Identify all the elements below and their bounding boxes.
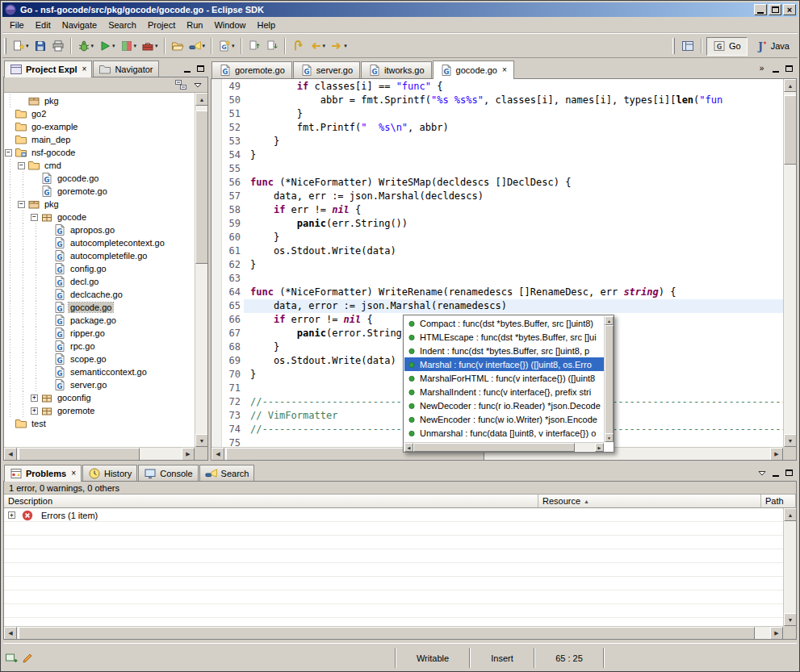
dropdown-arrow-icon[interactable]: ▾ (203, 43, 206, 49)
scroll-right-icon[interactable]: ▶ (595, 443, 604, 452)
tree-item-cmd[interactable]: −cmd (4, 159, 195, 172)
tab-console[interactable]: Console (138, 465, 198, 481)
code-line-52[interactable]: fmt.Printf(" %s\n", abbr) (250, 121, 783, 135)
tree-item-autocompletefile-go[interactable]: Gautocompletefile.go (4, 249, 195, 262)
explorer-horizontal-scrollbar[interactable]: ◀▶ (4, 447, 195, 460)
scroll-right-icon[interactable]: ▶ (182, 448, 195, 460)
tree-item-package-go[interactable]: Gpackage.go (4, 314, 195, 327)
autocomplete-item[interactable]: HTMLEscape : func(dst *bytes.Buffer, src… (404, 330, 604, 344)
tree-item-go2[interactable]: go2 (4, 107, 195, 120)
tree-item-goremote[interactable]: +goremote (4, 404, 195, 417)
open-resource-button[interactable] (169, 36, 186, 56)
popup-vertical-scrollbar[interactable]: ▲▼ (604, 316, 613, 442)
tab-project-expl[interactable]: Project Expl× (4, 61, 92, 77)
menu-search[interactable]: Search (103, 18, 142, 32)
tree-expander-icon[interactable]: + (31, 394, 38, 402)
row-expander-icon[interactable]: + (8, 511, 15, 519)
code-line-62[interactable]: } (250, 258, 783, 272)
minimize-button[interactable] (754, 4, 767, 15)
run-button[interactable]: ▾ (96, 36, 118, 56)
maximize-button[interactable] (783, 63, 795, 74)
dropdown-arrow-icon[interactable]: ▾ (323, 43, 326, 49)
tree-item-go-example[interactable]: go-example (4, 120, 195, 133)
scroll-down-icon[interactable]: ▼ (784, 434, 797, 447)
code-line-58[interactable]: if err != nil { (250, 203, 783, 217)
menu-help[interactable]: Help (252, 18, 282, 32)
tree-expander-icon[interactable]: − (18, 162, 25, 169)
code-line-57[interactable]: data, err := json.Marshal(decldescs) (250, 190, 783, 203)
scroll-left-icon[interactable]: ◀ (404, 443, 413, 452)
autocomplete-item[interactable]: NewEncoder : func(w io.Writer) *json.Enc… (404, 412, 604, 426)
tree-item-semanticcontext-go[interactable]: Gsemanticcontext.go (4, 365, 195, 378)
autocomplete-item[interactable]: MarshalIndent : func(v interface{}, pref… (404, 385, 604, 399)
maximize-button[interactable] (769, 4, 781, 15)
dropdown-arrow-icon[interactable]: ▾ (155, 43, 158, 49)
code-line-50[interactable]: abbr = fmt.Sprintf("%s %s%s", classes[i]… (250, 94, 783, 107)
scroll-up-icon[interactable]: ▲ (195, 93, 207, 106)
code-line-61[interactable]: os.Stdout.Write(data) (250, 244, 783, 258)
view-menu-button[interactable] (756, 467, 768, 478)
code-line-56[interactable]: func (*NiceFormatter) WriteSMap(decldesc… (250, 176, 783, 190)
tab-list-button[interactable]: » (756, 63, 768, 74)
minimize-button[interactable] (769, 63, 781, 74)
window-plus-icon[interactable] (3, 650, 19, 666)
scroll-up-icon[interactable]: ▲ (784, 508, 796, 521)
editor-vertical-scrollbar[interactable]: ▲▼ (783, 79, 796, 447)
tab-goremote-go[interactable]: Ggoremote.go (212, 61, 292, 78)
tab-history[interactable]: History (82, 465, 137, 481)
last-edit-location-button[interactable] (289, 36, 307, 56)
scrollbar-thumb[interactable] (605, 325, 614, 434)
scroll-up-icon[interactable]: ▲ (784, 79, 797, 92)
close-button[interactable]: × (783, 4, 796, 15)
next-annotation-button[interactable] (263, 36, 281, 56)
autocomplete-item[interactable]: Marshal : func(v interface{}) ([]uint8, … (404, 357, 604, 371)
tree-item-goremote-go[interactable]: Ggoremote.go (4, 185, 195, 198)
tab-server-go[interactable]: Gserver.go (293, 61, 360, 78)
dropdown-arrow-icon[interactable]: ▾ (112, 43, 115, 49)
code-line-65[interactable]: data, error := json.Marshal(renamedescs) (244, 299, 783, 313)
menu-edit[interactable]: Edit (30, 18, 57, 32)
dropdown-arrow-icon[interactable]: ▾ (134, 43, 137, 49)
popup-horizontal-scrollbar[interactable]: ◀▶ (404, 442, 604, 451)
new-wizard-button[interactable]: ▾ (10, 36, 31, 56)
code-line-55[interactable] (250, 162, 783, 176)
tree-expander-icon[interactable]: − (5, 149, 12, 157)
column-header-path[interactable]: Path (761, 495, 796, 508)
scrollbar-thumb[interactable] (19, 448, 140, 460)
column-header-resource[interactable]: Resource▲ (538, 495, 761, 508)
scroll-down-icon[interactable]: ▼ (784, 613, 796, 626)
tree-item-nsf-gocode[interactable]: −nsf-gocode (4, 146, 195, 159)
tree-expander-icon[interactable]: − (18, 201, 25, 208)
code-line-59[interactable]: panic(err.String()) (250, 217, 783, 231)
view-menu-button[interactable] (191, 78, 205, 91)
autocomplete-item[interactable]: MarshalForHTML : func(v interface{}) ([]… (404, 371, 604, 385)
close-tab-icon[interactable]: × (502, 66, 507, 74)
tab-navigator[interactable]: Navigator (93, 61, 158, 77)
dropdown-arrow-icon[interactable]: ▾ (91, 43, 94, 49)
autocomplete-item[interactable]: Indent : func(dst *bytes.Buffer, src []u… (404, 344, 604, 357)
print-button[interactable] (49, 36, 67, 56)
problems-vertical-scrollbar[interactable]: ▲▼ (783, 508, 796, 626)
title-bar[interactable]: Go - nsf-gocode/src/pkg/gocode/gocode.go… (2, 2, 798, 17)
column-header-description[interactable]: Description (4, 495, 538, 508)
explorer-vertical-scrollbar[interactable]: ▲▼ (195, 93, 207, 447)
tree-item-decl-go[interactable]: Gdecl.go (4, 275, 195, 288)
maximize-button[interactable] (783, 467, 795, 478)
scroll-left-icon[interactable]: ◀ (212, 448, 224, 461)
pencil-icon[interactable] (19, 650, 36, 666)
code-line-49[interactable]: if classes[i] == "func" { (250, 80, 783, 94)
maximize-button[interactable] (195, 63, 207, 74)
collapse-all-button[interactable] (174, 78, 188, 91)
tree-item-scope-go[interactable]: Gscope.go (4, 353, 195, 365)
forward-button[interactable]: ▾ (328, 36, 350, 56)
dropdown-arrow-icon[interactable]: ▾ (26, 43, 29, 49)
scroll-left-icon[interactable]: ◀ (4, 627, 17, 639)
scroll-up-icon[interactable]: ▲ (605, 316, 614, 325)
problems-row[interactable]: +Errors (1 item) (4, 508, 783, 522)
code-line-63[interactable] (250, 272, 783, 286)
dropdown-arrow-icon[interactable]: ▾ (232, 43, 235, 49)
code-line-54[interactable]: } (250, 148, 783, 162)
close-tab-icon[interactable]: × (82, 65, 87, 73)
tree-item-main-dep[interactable]: main_dep (4, 133, 195, 146)
scroll-left-icon[interactable]: ◀ (4, 448, 17, 460)
